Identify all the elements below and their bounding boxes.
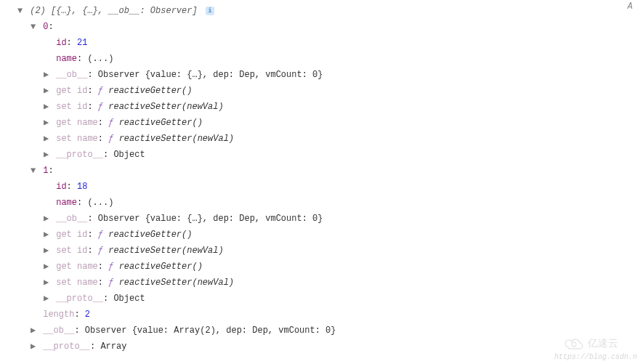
item0-id[interactable]: id: 21 bbox=[4, 35, 640, 51]
item1-ob[interactable]: ▶ __ob__: Observer {value: {…}, dep: Dep… bbox=[4, 211, 640, 227]
item1-id[interactable]: id: 18 bbox=[4, 179, 640, 195]
item0-get-id[interactable]: ▶ get id: ƒ reactiveGetter() bbox=[4, 83, 640, 99]
item1-set-id[interactable]: ▶ set id: ƒ reactiveSetter(newVal) bbox=[4, 243, 640, 259]
disclosure-right-icon[interactable]: ▶ bbox=[31, 339, 38, 355]
disclosure-right-icon[interactable]: ▶ bbox=[44, 147, 51, 163]
item0-name[interactable]: name: (...) bbox=[4, 51, 640, 67]
watermark-url: https://blog.csdn.n bbox=[554, 353, 637, 361]
disclosure-right-icon[interactable]: ▶ bbox=[44, 131, 51, 147]
item0-get-name[interactable]: ▶ get name: ƒ reactiveGetter() bbox=[4, 115, 640, 131]
item1-name[interactable]: name: (...) bbox=[4, 195, 640, 211]
item0-id-value: 21 bbox=[77, 38, 87, 48]
item0-proto[interactable]: ▶ __proto__: Object bbox=[4, 147, 640, 163]
cloud-icon bbox=[563, 336, 585, 351]
disclosure-right-icon[interactable]: ▶ bbox=[44, 83, 51, 99]
array-ob[interactable]: ▶ __ob__: Observer {value: Array(2), dep… bbox=[4, 323, 640, 339]
disclosure-down-icon[interactable]: ▼ bbox=[17, 3, 25, 19]
disclosure-right-icon[interactable]: ▶ bbox=[44, 99, 51, 115]
info-icon[interactable]: i bbox=[206, 7, 214, 15]
root-summary-row[interactable]: ▼ (2) [{…}, {…}, __ob__: Observer] i bbox=[4, 3, 640, 19]
array-proto[interactable]: ▶ __proto__: Array bbox=[4, 339, 640, 355]
console-object-tree: ▼ (2) [{…}, {…}, __ob__: Observer] i ▼ 0… bbox=[0, 0, 640, 355]
item1-name-value[interactable]: (...) bbox=[87, 198, 113, 208]
item1-get-id[interactable]: ▶ get id: ƒ reactiveGetter() bbox=[4, 227, 640, 243]
function-icon: ƒ bbox=[98, 102, 103, 112]
truncated-char: A bbox=[628, 1, 633, 12]
function-icon: ƒ bbox=[108, 118, 113, 128]
item1-get-name[interactable]: ▶ get name: ƒ reactiveGetter() bbox=[4, 259, 640, 275]
item1-id-value: 18 bbox=[77, 182, 87, 192]
function-icon: ƒ bbox=[98, 230, 103, 240]
item0-header[interactable]: ▼ 0: bbox=[4, 19, 640, 35]
function-icon: ƒ bbox=[108, 134, 113, 144]
watermark-logo-text: 亿速云 bbox=[588, 337, 618, 350]
item1-proto[interactable]: ▶ __proto__: Object bbox=[4, 291, 640, 307]
function-icon: ƒ bbox=[98, 246, 103, 256]
disclosure-down-icon[interactable]: ▼ bbox=[31, 163, 38, 179]
disclosure-right-icon[interactable]: ▶ bbox=[44, 115, 51, 131]
disclosure-right-icon[interactable]: ▶ bbox=[44, 275, 51, 291]
item0-ob[interactable]: ▶ __ob__: Observer {value: {…}, dep: Dep… bbox=[4, 67, 640, 83]
item0-set-id[interactable]: ▶ set id: ƒ reactiveSetter(newVal) bbox=[4, 99, 640, 115]
item0-set-name[interactable]: ▶ set name: ƒ reactiveSetter(newVal) bbox=[4, 131, 640, 147]
disclosure-right-icon[interactable]: ▶ bbox=[44, 67, 51, 83]
function-icon: ƒ bbox=[108, 278, 113, 288]
root-summary: (2) [{…}, {…}, __ob__: Observer] bbox=[30, 6, 197, 16]
disclosure-right-icon[interactable]: ▶ bbox=[44, 243, 51, 259]
array-length-value: 2 bbox=[85, 310, 90, 320]
array-length[interactable]: length: 2 bbox=[4, 307, 640, 323]
item0-name-value[interactable]: (...) bbox=[87, 54, 113, 64]
svg-point-0 bbox=[572, 342, 576, 347]
function-icon: ƒ bbox=[108, 262, 113, 272]
item1-header[interactable]: ▼ 1: bbox=[4, 163, 640, 179]
disclosure-right-icon[interactable]: ▶ bbox=[44, 259, 51, 275]
watermark-logo: 亿速云 bbox=[563, 336, 618, 351]
item1-set-name[interactable]: ▶ set name: ƒ reactiveSetter(newVal) bbox=[4, 275, 640, 291]
disclosure-right-icon[interactable]: ▶ bbox=[44, 291, 51, 307]
function-icon: ƒ bbox=[98, 86, 103, 96]
disclosure-right-icon[interactable]: ▶ bbox=[44, 227, 51, 243]
disclosure-right-icon[interactable]: ▶ bbox=[31, 323, 38, 339]
disclosure-right-icon[interactable]: ▶ bbox=[44, 211, 51, 227]
disclosure-down-icon[interactable]: ▼ bbox=[31, 19, 38, 35]
